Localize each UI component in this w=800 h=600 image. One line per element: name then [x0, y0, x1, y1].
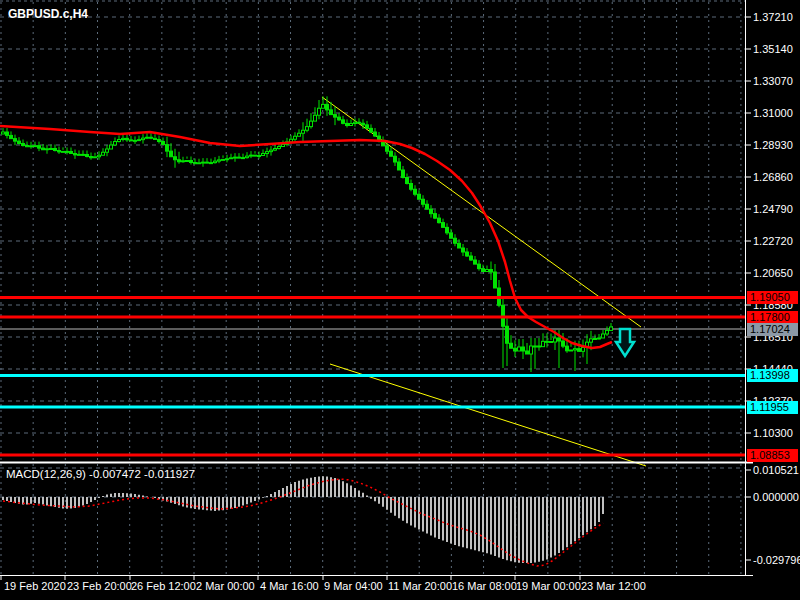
candle-body — [78, 154, 81, 155]
candle-body — [194, 163, 197, 164]
candle-body — [210, 163, 213, 164]
candle-body — [558, 338, 561, 341]
candle-body — [346, 123, 349, 125]
macd-axis-label: 0.010521 — [753, 464, 799, 477]
candle-body — [6, 132, 9, 135]
candle-body — [258, 156, 261, 157]
price-badge: 1.11955 — [747, 401, 798, 414]
candle-body — [298, 133, 301, 136]
candle-body — [206, 162, 209, 163]
candle-body — [546, 341, 549, 342]
candle-body — [150, 137, 153, 138]
candle-body — [82, 154, 85, 155]
price-axis-label: 1.35140 — [753, 43, 793, 56]
candle-body — [58, 151, 61, 152]
candle-body — [314, 115, 317, 121]
candle-body — [398, 162, 401, 170]
candle-body — [490, 270, 493, 273]
candle-body — [518, 347, 521, 351]
candle-body — [330, 110, 333, 115]
candle-body — [62, 151, 65, 152]
date-axis-label: 23 Mar 12:00 — [581, 580, 646, 593]
price-badge: 1.13998 — [747, 369, 798, 382]
candle-body — [130, 140, 133, 141]
candle-body — [242, 158, 245, 159]
candle-body — [610, 327, 613, 330]
candle-body — [126, 138, 129, 140]
chart-symbol-label: GBPUSD.c,H4 — [8, 7, 88, 21]
mt4-chart-window: GBPUSD.c,H4 MACD(12,26,9) -0.007472 -0.0… — [0, 0, 800, 600]
date-axis-label: 26 Feb 12:00 — [131, 580, 196, 593]
date-axis-label: 4 Mar 16:00 — [260, 580, 319, 593]
candle-body — [198, 163, 201, 164]
price-axis-label: 1.28930 — [753, 139, 793, 152]
candle-body — [218, 160, 221, 161]
price-axis-label: 1.10300 — [753, 427, 793, 440]
candle-body — [2, 132, 5, 134]
candle-body — [142, 138, 145, 140]
candle-body — [526, 351, 529, 354]
date-axis-label: 23 Feb 20:00 — [67, 580, 132, 593]
price-chart-canvas[interactable] — [0, 0, 800, 600]
candle-body — [22, 144, 25, 146]
candle-body — [458, 243, 461, 248]
down-arrow-object[interactable] — [616, 329, 634, 356]
price-axis[interactable]: 1.372101.351401.330701.310001.289301.268… — [745, 0, 800, 575]
candle-body — [454, 238, 457, 243]
candle-body — [214, 161, 217, 163]
candle-body — [282, 144, 285, 146]
candle-body — [602, 334, 605, 338]
candle-body — [222, 159, 225, 160]
candle-body — [14, 139, 17, 142]
date-axis-label: 16 Mar 08:00 — [452, 580, 517, 593]
candle-body — [406, 178, 409, 184]
candle-body — [494, 272, 497, 288]
candle-body — [30, 146, 33, 147]
candle-body — [374, 132, 377, 136]
candle-body — [138, 140, 141, 141]
candle-body — [26, 146, 29, 147]
candle-body — [146, 137, 149, 138]
candle-body — [274, 149, 277, 151]
candle-body — [38, 146, 41, 149]
time-axis[interactable]: 19 Feb 202023 Feb 20:0026 Feb 12:002 Mar… — [0, 576, 745, 600]
candle-body — [254, 155, 257, 156]
candle-body — [230, 158, 233, 159]
candle-body — [570, 350, 573, 351]
macd-axis-label: -0.029796 — [753, 554, 800, 567]
moving-average-line — [0, 126, 612, 348]
candle-body — [354, 122, 357, 123]
candle-body — [190, 161, 193, 163]
candle-body — [306, 127, 309, 131]
candle-body — [278, 147, 281, 149]
candle-body — [438, 218, 441, 223]
price-badge: 1.08853 — [747, 449, 798, 462]
candle-body — [598, 338, 601, 339]
candle-body — [422, 199, 425, 204]
candle-body — [162, 142, 165, 145]
candle-body — [414, 189, 417, 194]
candle-body — [566, 346, 569, 351]
candle-body — [578, 349, 581, 352]
candle-body — [270, 150, 273, 152]
candle-body — [358, 122, 361, 123]
candle-body — [98, 155, 101, 157]
price-axis-label: 1.20650 — [753, 267, 793, 280]
candle-body — [402, 170, 405, 178]
candle-body — [166, 145, 169, 152]
candle-body — [118, 140, 121, 142]
candle-body — [538, 346, 541, 347]
trendline-2[interactable] — [330, 364, 646, 466]
candle-body — [462, 248, 465, 252]
macd-indicator-label: MACD(12,26,9) -0.007472 -0.011927 — [6, 468, 195, 480]
candle-body — [362, 123, 365, 125]
price-badge: 1.19050 — [747, 291, 798, 304]
macd-axis-label: 0.000000 — [753, 491, 799, 504]
candle-body — [134, 140, 137, 141]
candle-body — [86, 155, 89, 157]
candle-body — [250, 155, 253, 156]
candle-body — [170, 151, 173, 157]
candle-body — [310, 121, 313, 127]
candle-body — [582, 348, 585, 352]
candle-body — [18, 141, 21, 143]
